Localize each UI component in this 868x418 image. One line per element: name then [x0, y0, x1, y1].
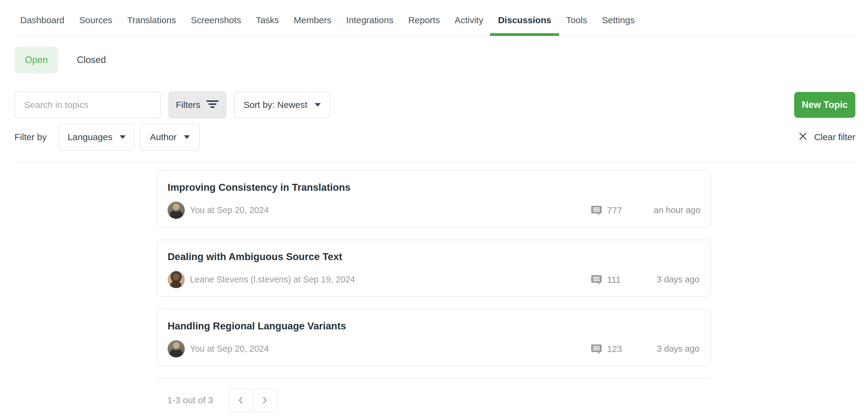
- comment-count: 111: [590, 274, 627, 286]
- nav-item-integrations[interactable]: Integrations: [346, 4, 394, 36]
- avatar: [167, 202, 185, 219]
- top-navigation: DashboardSourcesTranslationsScreenshotsT…: [14, 0, 855, 36]
- next-page-button[interactable]: [253, 389, 276, 411]
- close-icon: [798, 131, 808, 143]
- comment-count-value: 777: [607, 205, 622, 216]
- discussion-title[interactable]: Handling Regional Language Variants: [167, 320, 700, 332]
- discussion-list: Improving Consistency in TranslationsYou…: [157, 170, 711, 366]
- nav-item-discussions[interactable]: Discussions: [498, 4, 551, 36]
- new-topic-button[interactable]: New Topic: [794, 92, 855, 118]
- comment-count: 777: [590, 204, 627, 216]
- avatar: [167, 340, 185, 357]
- filters-button-label: Filters: [176, 100, 200, 110]
- languages-dropdown-label: Languages: [67, 132, 112, 142]
- search-input[interactable]: [14, 91, 161, 119]
- author-dropdown-label: Author: [150, 132, 176, 142]
- nav-item-translations[interactable]: Translations: [127, 4, 176, 36]
- previous-page-button[interactable]: [229, 389, 253, 411]
- filter-lines-icon: [206, 98, 219, 112]
- nav-item-tools[interactable]: Tools: [566, 4, 587, 36]
- list-bottom-divider: [157, 378, 711, 379]
- discussion-card[interactable]: Handling Regional Language VariantsYou a…: [157, 309, 711, 366]
- section-divider: [14, 162, 855, 162]
- chevron-down-icon: [184, 135, 190, 139]
- discussion-title[interactable]: Dealing with Ambiguous Source Text: [167, 251, 700, 262]
- pagination: 1-3 out of 3: [167, 388, 868, 412]
- clear-filter-label: Clear filter: [814, 132, 855, 142]
- chevron-right-icon: [259, 395, 270, 405]
- nav-item-reports[interactable]: Reports: [408, 4, 440, 36]
- discussion-meta: Leane Stevens (l.stevens) at Sep 19, 202…: [167, 271, 700, 288]
- chevron-left-icon: [236, 395, 246, 405]
- discussion-author: You at Sep 20, 2024: [190, 344, 590, 354]
- comment-count-value: 111: [607, 275, 621, 285]
- filter-by-label: Filter by: [14, 132, 47, 142]
- nav-item-screenshots[interactable]: Screenshots: [191, 4, 241, 36]
- nav-item-dashboard[interactable]: Dashboard: [20, 4, 64, 36]
- languages-dropdown[interactable]: Languages: [59, 124, 135, 151]
- discussion-title[interactable]: Improving Consistency in Translations: [167, 182, 700, 193]
- comment-bubble-icon: [590, 274, 602, 286]
- discussion-card[interactable]: Improving Consistency in TranslationsYou…: [157, 170, 711, 228]
- avatar: [167, 271, 185, 288]
- tab-closed[interactable]: Closed: [73, 47, 110, 73]
- filter-bar: Filter by Languages Author Clear filter: [14, 124, 855, 150]
- discussion-time: 3 days ago: [654, 275, 700, 285]
- discussion-time: 3 days ago: [654, 344, 700, 354]
- comment-bubble-icon: [590, 204, 602, 216]
- toolbar: Filters Sort by: Newest New Topic: [14, 91, 855, 119]
- sort-dropdown[interactable]: Sort by: Newest: [234, 91, 330, 119]
- nav-item-settings[interactable]: Settings: [602, 4, 634, 36]
- chevron-down-icon: [315, 103, 321, 107]
- comment-bubble-icon: [590, 343, 602, 355]
- discussions-page: DashboardSourcesTranslationsScreenshotsT…: [0, 0, 868, 418]
- discussion-author: You at Sep 20, 2024: [190, 205, 590, 215]
- discussion-time: an hour ago: [654, 205, 700, 215]
- pagination-summary: 1-3 out of 3: [167, 395, 213, 405]
- discussion-meta: You at Sep 20, 2024777an hour ago: [167, 202, 700, 219]
- discussion-author: Leane Stevens (l.stevens) at Sep 19, 202…: [190, 275, 590, 285]
- nav-item-activity[interactable]: Activity: [455, 4, 483, 36]
- nav-item-sources[interactable]: Sources: [79, 4, 113, 36]
- chevron-down-icon: [120, 135, 126, 139]
- comment-count-value: 123: [607, 344, 622, 354]
- clear-filter-button[interactable]: Clear filter: [798, 131, 855, 143]
- sort-dropdown-label: Sort by: Newest: [244, 100, 307, 110]
- comment-count: 123: [590, 343, 627, 355]
- status-tabs: Open Closed: [14, 47, 854, 73]
- filters-button[interactable]: Filters: [168, 91, 226, 119]
- nav-item-members[interactable]: Members: [294, 4, 332, 36]
- nav-item-tasks[interactable]: Tasks: [256, 4, 279, 36]
- tab-open[interactable]: Open: [14, 47, 58, 73]
- author-dropdown[interactable]: Author: [140, 124, 200, 151]
- pager: [229, 388, 277, 412]
- discussion-card[interactable]: Dealing with Ambiguous Source TextLeane …: [157, 239, 711, 297]
- discussion-meta: You at Sep 20, 20241233 days ago: [167, 340, 700, 357]
